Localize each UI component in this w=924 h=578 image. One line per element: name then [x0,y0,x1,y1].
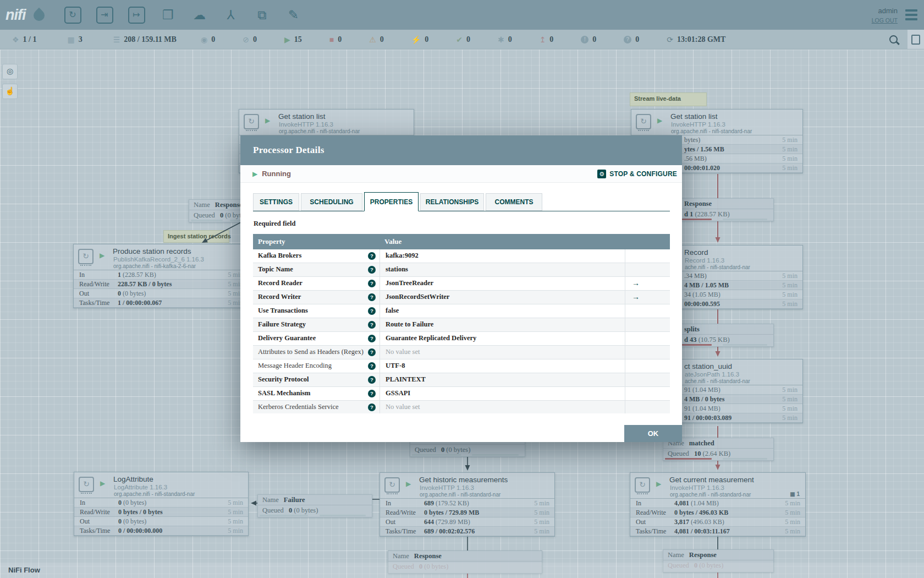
label-stream-live-data[interactable]: Stream live-data [630,92,707,106]
note-icon [911,35,920,45]
property-row[interactable]: Record Writer?JsonRecordSetWriter→ [253,291,670,304]
tab-settings[interactable]: SETTINGS [253,193,299,211]
ok-button[interactable]: OK [624,425,682,442]
property-value[interactable]: No value set [380,346,625,359]
last-refresh-time: 13:01:28 GMT [677,35,725,44]
process-group-icon[interactable]: ❐ [160,7,177,23]
queue-bar-right [723,344,767,346]
processor-type: InvokeHTTP 1.16.3 [671,121,725,128]
properties-table: Property Value Kafka Brokers?kafka:9092T… [253,234,670,413]
panel-toggle-button[interactable] [908,30,924,49]
property-value[interactable]: PLAINTEXT [380,373,625,386]
property-value[interactable]: JsonRecordSetWriter [380,291,625,304]
help-icon[interactable]: ? [368,293,376,301]
search-icon[interactable] [889,35,898,43]
property-value[interactable]: GSSAPI [380,387,625,400]
statusbar-items: ❖1 / 1▦3☰208 / 159.11 MB◉0⊘0▶15■0⚠0⚡0✔0✱… [12,35,667,44]
help-icon[interactable]: ? [368,307,376,315]
property-row[interactable]: Failure Strategy?Route to Failure [253,318,670,332]
stat-row: Tasks/Time4,081 / 00:03:11.1675 min [630,527,805,536]
properties-table-header: Property Value [253,234,670,249]
property-value[interactable]: Route to Failure [380,318,625,331]
refresh-icon[interactable]: ⟳ [667,36,673,43]
property-row[interactable]: Delivery Guarantee?Guarantee Replicated … [253,332,670,346]
pan-hand-button[interactable]: ☝ [2,84,18,99]
proc-produce-station-records[interactable]: ↻▶Produce station recordsPublishKafkaRec… [73,244,249,308]
funnel-icon[interactable]: ⅄ [223,7,239,23]
proc-get-historic-measurements[interactable]: ↻▶Get historic measurementsInvokeHTTP 1.… [380,472,555,537]
help-icon[interactable]: ? [368,321,376,329]
status-invalid-count: 0 [380,35,384,44]
processor-name: Get current measurement [669,476,754,484]
global-menu-icon[interactable] [905,7,917,23]
status-connected-nodes-count: 1 / 1 [23,35,37,44]
conn-failure[interactable]: NameFailureQueued0 (0 bytes) [257,494,372,517]
output-port-icon[interactable]: ↦ [128,7,145,24]
link-cell [625,263,670,276]
help-icon[interactable]: ? [368,390,376,397]
component-toolbar: ↻⇥↦❐☁⅄⧉✎ [64,7,302,24]
property-row[interactable]: Security Protocol?PLAINTEXT [253,373,670,387]
processor-icon[interactable]: ↻ [64,7,81,24]
input-port-icon[interactable]: ⇥ [96,7,113,24]
tab-scheduling[interactable]: SCHEDULING [301,193,362,211]
breadcrumb[interactable]: NiFi Flow [8,566,40,574]
tab-comments[interactable]: COMMENTS [486,193,542,211]
property-value[interactable]: stations [380,263,625,276]
proc-logattribute[interactable]: ↻▶LogAttributeLogAttribute 1.16.3org.apa… [74,472,249,536]
help-icon[interactable]: ? [368,376,376,384]
nifi-logo: nifi [6,7,26,24]
property-row[interactable]: Kerberos Credentials Service?No value se… [253,401,670,413]
run-status-icon: ▶ [406,481,411,487]
property-value[interactable]: JsonTreeReader [380,277,625,290]
property-name: Security Protocol? [253,373,380,386]
processor-icon: ↻ [384,477,400,493]
property-row[interactable]: Kafka Brokers?kafka:9092 [253,249,670,263]
tab-relationships[interactable]: RELATIONSHIPS [420,193,484,211]
help-icon[interactable]: ? [368,335,376,342]
running-icon: ▶ [284,36,290,43]
logout-link[interactable]: LOG OUT [872,17,898,24]
property-value[interactable]: false [380,304,625,318]
property-value[interactable]: kafka:9092 [380,249,625,263]
processor-name: Get historic measurements [419,476,508,484]
property-row[interactable]: Topic Name?stations [253,263,670,277]
help-icon[interactable]: ? [368,348,376,356]
property-value[interactable]: UTF-8 [380,359,625,373]
help-icon[interactable]: ? [368,280,376,287]
property-row[interactable]: Attributes to Send as Headers (Regex)?No… [253,346,670,359]
dialog-tabs: SETTINGSSCHEDULINGPROPERTIESRELATIONSHIP… [253,192,670,211]
processor-bundle: org.apache.nifi - nifi-standard-nar [670,492,751,498]
remote-process-group-icon[interactable]: ☁ [191,7,208,23]
proc-get-current-measurement[interactable]: ↻▶Get current measurementInvokeHTTP 1.16… [630,472,806,537]
stop-and-configure-button[interactable]: ⚙ STOP & CONFIGURE [597,170,677,178]
property-name: Delivery Guarantee? [253,332,380,345]
tab-properties[interactable]: PROPERTIES [364,192,419,211]
go-to-service-icon[interactable]: → [625,277,670,290]
help-icon[interactable]: ? [368,252,376,260]
help-icon[interactable]: ? [368,362,376,370]
transmitting-icon: ◉ [201,36,207,43]
processor-bundle: org.apache.nifi - nifi-standard-nar [420,492,501,498]
gear-icon: ⚙ [597,170,606,178]
property-row[interactable]: Message Header Encoding?UTF-8 [253,359,670,373]
property-row[interactable]: Use Transactions?false [253,304,670,318]
processor-icon: ↻ [635,477,650,493]
help-icon[interactable]: ? [368,266,376,274]
label-ingest-station-records[interactable]: Ingest station records [163,230,229,243]
help-icon[interactable]: ? [368,403,376,411]
property-row[interactable]: SASL Mechanism?GSSAPI [253,387,670,401]
label-icon[interactable]: ✎ [285,7,302,23]
template-icon[interactable]: ⧉ [254,7,271,23]
stat-row: Out3,817 (496.03 KB)5 min [630,517,805,527]
birdseye-button[interactable]: ◎ [2,64,18,79]
property-value[interactable]: No value set [380,401,625,413]
link-cell [625,304,670,318]
connection-name: NameResponse [388,551,542,561]
processor-icon: ↻ [244,114,259,129]
go-to-service-icon[interactable]: → [625,291,670,304]
status-disabled-count: 0 [425,35,428,44]
queue-bar-right [723,219,767,220]
property-value[interactable]: Guarantee Replicated Delivery [380,332,625,345]
property-row[interactable]: Record Reader?JsonTreeReader→ [253,277,670,291]
